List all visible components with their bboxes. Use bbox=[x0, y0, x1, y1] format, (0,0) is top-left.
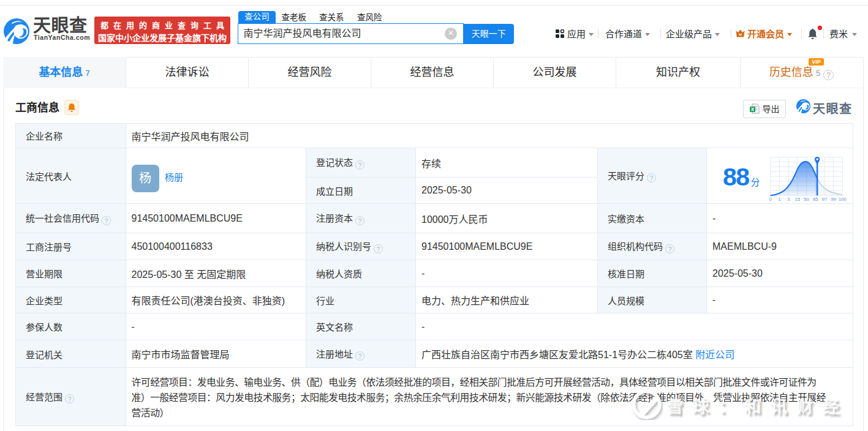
svg-text:99: 99 bbox=[831, 197, 836, 202]
svg-text:3: 3 bbox=[787, 197, 790, 202]
svg-text:50: 50 bbox=[804, 197, 809, 202]
svg-text:100: 100 bbox=[839, 197, 847, 202]
svg-text:15: 15 bbox=[795, 197, 800, 202]
svg-text:0: 0 bbox=[769, 197, 772, 202]
svg-text:97: 97 bbox=[822, 197, 827, 202]
svg-text:85: 85 bbox=[813, 197, 818, 202]
svg-text:1: 1 bbox=[778, 197, 780, 202]
